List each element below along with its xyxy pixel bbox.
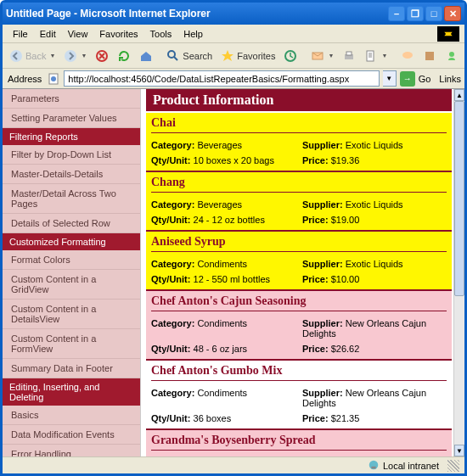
qty-value: 10 boxes x 20 bags: [194, 155, 274, 165]
sidebar: ParametersSetting Parameter ValuesFilter…: [3, 89, 141, 456]
product-item: Grandma's Boysenberry SpreadCategory: Co…: [146, 430, 452, 456]
sidebar-item[interactable]: Master/Detail Across Two Pages: [3, 184, 140, 214]
price-value: $19.00: [331, 215, 360, 225]
category-label: Category:: [151, 140, 194, 150]
url-input[interactable]: http://localhost:4560/Code/DataListRepea…: [64, 70, 379, 87]
url-dropdown[interactable]: ▼: [383, 70, 397, 87]
home-button[interactable]: [136, 48, 156, 64]
scroll-track[interactable]: [454, 101, 464, 445]
svg-point-3: [168, 51, 175, 58]
mail-icon: [311, 49, 324, 63]
window-title: Untitled Page - Microsoft Internet Explo…: [6, 8, 388, 20]
stop-icon: [95, 49, 109, 63]
close-button[interactable]: ✕: [444, 6, 461, 21]
home-icon: [139, 49, 153, 63]
history-button[interactable]: [280, 48, 301, 64]
sidebar-item[interactable]: Filter by Drop-Down List: [3, 145, 140, 165]
menu-help[interactable]: Help: [178, 27, 208, 41]
qty-label: Qty/Unit:: [151, 215, 190, 225]
qty-value: 48 - 6 oz jars: [194, 344, 248, 354]
edit-button[interactable]: ▼: [361, 48, 391, 64]
favorites-button[interactable]: Favorites: [217, 48, 279, 64]
discuss-button[interactable]: [397, 48, 418, 64]
sidebar-item[interactable]: Custom Content in a FormView: [3, 329, 140, 359]
chevron-down-icon: ▼: [381, 53, 387, 59]
category-label: Category:: [151, 259, 194, 269]
menu-edit[interactable]: Edit: [35, 27, 61, 41]
scrollbar[interactable]: ▲ ▼: [453, 89, 464, 456]
print-icon: [342, 49, 356, 63]
svg-point-9: [402, 52, 413, 59]
supplier-value: Exotic Liquids: [346, 140, 403, 150]
svg-rect-10: [425, 52, 434, 60]
price-label: Price:: [302, 155, 329, 165]
maximize-button[interactable]: □: [425, 6, 442, 21]
menu-file[interactable]: File: [8, 27, 33, 41]
svg-rect-7: [346, 52, 352, 55]
supplier-value: Exotic Liquids: [346, 199, 403, 210]
sidebar-item[interactable]: Parameters: [3, 89, 140, 109]
links-label[interactable]: Links: [439, 74, 461, 84]
menu-tools[interactable]: Tools: [145, 27, 177, 41]
messenger-button[interactable]: [442, 48, 462, 64]
book-icon: [423, 49, 436, 63]
chevron-down-icon: ▼: [81, 53, 87, 59]
supplier-label: Supplier:: [302, 199, 343, 210]
sidebar-item[interactable]: Summary Data in Footer: [3, 359, 140, 378]
sidebar-item[interactable]: Format Colors: [3, 250, 140, 270]
supplier-label: Supplier:: [302, 388, 343, 398]
sidebar-item[interactable]: Details of Selected Row: [3, 214, 140, 233]
page-title: Product Information: [146, 89, 452, 111]
resize-grip[interactable]: [447, 460, 459, 472]
supplier-label: Supplier:: [302, 318, 343, 328]
ie-logo: [437, 26, 459, 42]
svg-point-13: [51, 76, 56, 81]
sidebar-item[interactable]: Basics: [3, 406, 140, 425]
sidebar-item[interactable]: Error Handling: [3, 445, 140, 456]
sidebar-item[interactable]: Setting Parameter Values: [3, 109, 140, 128]
qty-value: 36 boxes: [194, 413, 232, 423]
category-label: Category:: [151, 388, 194, 398]
sidebar-item[interactable]: Master-Details-Details: [3, 165, 140, 184]
scroll-up-button[interactable]: ▲: [454, 89, 464, 101]
minimize-button[interactable]: –: [388, 6, 405, 21]
sidebar-header[interactable]: Customized Formatting: [3, 233, 140, 250]
messenger-icon: [445, 49, 459, 63]
refresh-button[interactable]: [114, 48, 134, 64]
sidebar-header[interactable]: Editing, Inserting, and Deleting: [3, 378, 140, 406]
go-button[interactable]: →: [400, 71, 415, 87]
qty-label: Qty/Unit:: [151, 413, 190, 423]
research-button[interactable]: [419, 48, 440, 64]
scroll-down-button[interactable]: ▼: [454, 445, 464, 456]
back-button[interactable]: Back▼: [6, 48, 59, 64]
forward-button[interactable]: ▼: [60, 48, 90, 64]
address-bar: Address http://localhost:4560/Code/DataL…: [3, 69, 464, 89]
scroll-thumb[interactable]: [454, 101, 464, 296]
sidebar-item[interactable]: Custom Content in a GridView: [3, 270, 140, 300]
mail-button[interactable]: ▼: [307, 48, 337, 64]
menu-favorites[interactable]: Favorites: [94, 27, 143, 41]
sidebar-header[interactable]: Filtering Reports: [3, 128, 140, 145]
window-controls: – ❐ □ ✕: [388, 6, 461, 21]
category-value: Condiments: [197, 259, 247, 269]
page-icon: [47, 72, 60, 86]
category-label: Category:: [151, 199, 194, 210]
search-button[interactable]: Search: [163, 48, 216, 64]
star-icon: [221, 49, 234, 63]
product-details: Category: CondimentsSupplier: Exotic Liq…: [151, 259, 447, 284]
menu-view[interactable]: View: [63, 27, 93, 41]
sidebar-item[interactable]: Custom Content in a DetailsView: [3, 300, 140, 329]
product-name: Aniseed Syrup: [151, 235, 447, 252]
statusbar: Local intranet: [3, 456, 464, 473]
category-value: Condiments: [197, 318, 247, 328]
stop-button[interactable]: [92, 48, 112, 64]
product-name: Grandma's Boysenberry Spread: [151, 434, 447, 451]
intranet-icon: [368, 459, 380, 473]
product-name: Chai: [151, 116, 447, 133]
restore-button[interactable]: ❐: [407, 6, 424, 21]
product-details: Category: BeveragesSupplier: Exotic Liqu…: [151, 199, 447, 225]
refresh-icon: [117, 49, 131, 63]
sidebar-item[interactable]: Data Modification Events: [3, 425, 140, 445]
go-label: Go: [419, 74, 431, 84]
print-button[interactable]: [339, 48, 359, 64]
